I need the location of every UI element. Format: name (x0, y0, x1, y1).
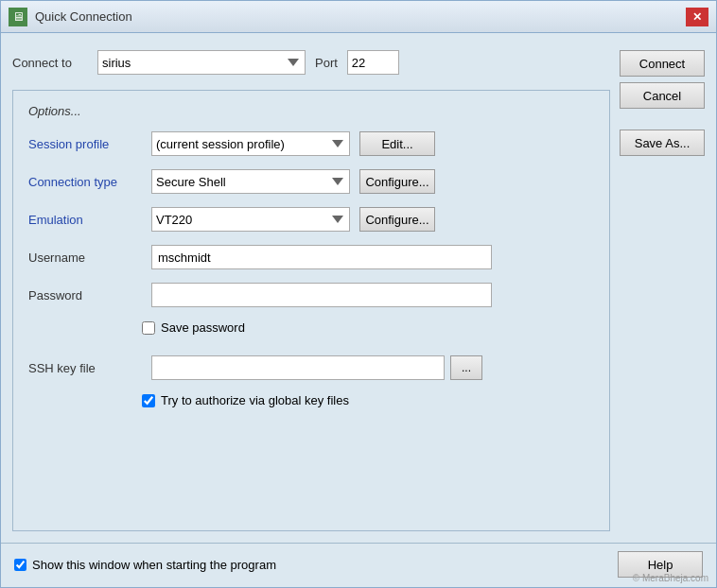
browse-button[interactable]: ... (450, 355, 482, 380)
port-input[interactable] (347, 50, 399, 75)
ssh-key-file-label: SSH key file (28, 361, 142, 375)
emulation-select[interactable]: VT220 (151, 207, 350, 232)
options-box: Options... Session profile (current sess… (12, 90, 610, 531)
global-key-files-row: Try to authorize via global key files (28, 393, 594, 415)
session-profile-row: Session profile (current session profile… (28, 131, 594, 156)
connect-button[interactable]: Connect (620, 50, 705, 77)
emulation-row: Emulation VT220 Configure... (28, 207, 594, 232)
close-button[interactable]: ✕ (686, 8, 708, 26)
password-label: Password (28, 288, 142, 303)
connection-type-select[interactable]: Secure Shell (151, 169, 350, 194)
emulation-configure-button[interactable]: Configure... (359, 207, 435, 232)
ssh-key-file-row: SSH key file ... (28, 355, 594, 380)
sidebar-buttons: Connect Cancel Save As... (620, 44, 705, 531)
footer-bar: Show this window when starting the progr… (1, 543, 716, 587)
password-input[interactable] (151, 283, 492, 307)
connect-to-row: Connect to sirius Port (12, 44, 610, 80)
connection-type-row: Connection type Secure Shell Configure..… (28, 169, 594, 194)
save-as-button[interactable]: Save As... (620, 130, 705, 156)
global-key-files-checkbox[interactable] (142, 394, 155, 407)
password-row: Password (28, 283, 594, 307)
watermark: © MeraBheja.com (633, 573, 708, 583)
username-label: Username (28, 251, 142, 265)
global-key-files-checkbox-row: Try to authorize via global key files (142, 393, 349, 407)
ssh-key-input-row: ... (151, 355, 482, 380)
session-profile-label: Session profile (28, 137, 142, 151)
main-area: Connect to sirius Port Options... Sessio… (12, 44, 610, 531)
save-password-label: Save password (161, 320, 245, 335)
emulation-label: Emulation (28, 213, 142, 227)
username-input[interactable] (151, 245, 492, 269)
save-password-checkbox-row: Save password (142, 320, 245, 335)
show-window-label: Show this window when starting the progr… (32, 558, 276, 572)
app-icon: 🖥 (9, 8, 27, 26)
options-title: Options... (28, 104, 594, 118)
connect-to-label: Connect to (12, 56, 88, 70)
username-row: Username (28, 245, 594, 269)
content-area: Connect to sirius Port Options... Sessio… (1, 33, 716, 543)
title-bar-left: 🖥 Quick Connection (9, 8, 132, 26)
title-bar: 🖥 Quick Connection ✕ (1, 1, 716, 33)
session-profile-select[interactable]: (current session profile) (151, 131, 350, 156)
connect-to-select[interactable]: sirius (97, 50, 306, 75)
save-password-checkbox[interactable] (142, 321, 155, 335)
port-label: Port (315, 56, 338, 70)
save-password-row: Save password (28, 320, 594, 342)
quick-connection-dialog: 🖥 Quick Connection ✕ Connect to sirius P… (0, 0, 717, 588)
connection-type-label: Connection type (28, 175, 142, 189)
show-window-checkbox[interactable] (14, 559, 26, 571)
connection-configure-button[interactable]: Configure... (359, 169, 435, 194)
cancel-button[interactable]: Cancel (620, 82, 705, 109)
dialog-title: Quick Connection (35, 9, 132, 24)
show-window-row: Show this window when starting the progr… (14, 558, 276, 572)
ssh-key-input[interactable] (151, 355, 445, 380)
global-key-files-label: Try to authorize via global key files (161, 393, 349, 407)
edit-button[interactable]: Edit... (359, 131, 435, 156)
